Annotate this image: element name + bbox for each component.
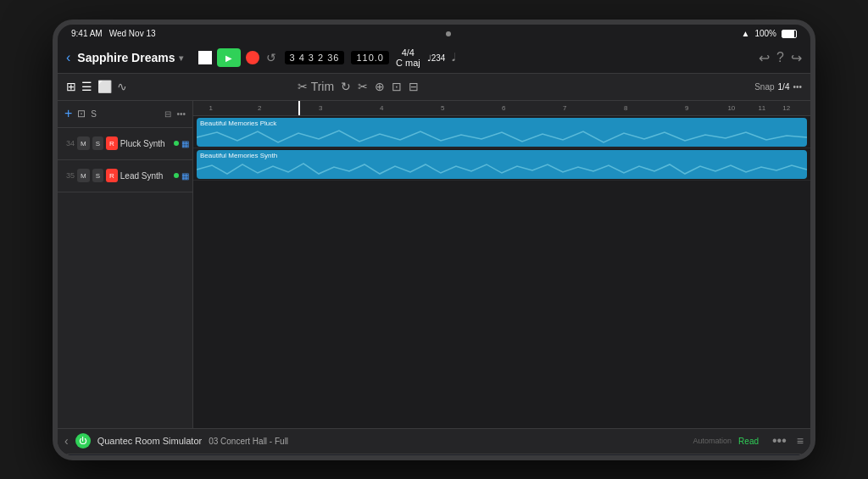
waveform-pluck [197,129,807,146]
plugin-area: ‹ ⏻ Quantec Room Simulator 03 Concert Ha… [58,428,810,460]
track-name-35: Lead Synth [120,171,171,181]
redo-button[interactable]: ↪ [791,50,802,66]
automation-label: Automation [693,437,732,445]
play-button[interactable]: ▶ [217,48,241,67]
time-signature: 4/4 C maj [396,47,420,68]
position-display: 3 4 3 2 36 [285,51,345,64]
playhead[interactable] [298,101,300,115]
track-add-more[interactable]: ⊟ [164,109,171,119]
audio-region-synth[interactable]: Beautiful Memories Synth [197,150,807,179]
region-label-pluck: Beautiful Memories Pluck [197,118,807,129]
ruler-mark-10: 10 [727,104,735,112]
status-date: Wed Nov 13 [109,29,156,38]
help-button[interactable]: ? [776,50,784,65]
pencil-tool[interactable]: ∿ [117,80,127,93]
timeline-ruler: 1 2 3 4 5 6 7 8 9 10 11 12 [193,101,810,116]
stop-button[interactable] [198,51,212,64]
camera-indicator [446,31,451,36]
loop-button[interactable]: ↻ [341,80,351,93]
plugin-power-button[interactable]: ⏻ [75,433,91,448]
ruler-mark-8: 8 [624,104,627,112]
region-view-button[interactable]: ⬜ [97,80,112,93]
grid-view-button[interactable]: ⊞ [66,80,76,93]
bpm-display: 110.0 [351,51,389,64]
ruler-mark-3: 3 [319,104,322,112]
edit-toolbar: ⊞ ☰ ⬜ ∿ ✂ Trim ↻ ✂ ⊕ ⊡ ⊟ Snap 1/4 ••• [58,74,810,101]
quantec-tabs: Quantec QRS Quantec YardStick [640,460,800,460]
solo-button-34[interactable]: S [92,136,103,150]
trim-tool[interactable]: ✂ Trim [298,80,334,93]
track-active-dot-35 [174,173,179,178]
mute-button-35[interactable]: M [77,169,90,182]
ruler-mark-11: 11 [758,104,765,112]
track-lane-35[interactable]: Beautiful Memories Synth [193,148,810,181]
edit-more-button[interactable]: ••• [793,82,802,92]
ruler-mark-12: 12 [782,104,790,112]
cycle-button[interactable]: ↺ [264,49,278,66]
add-track-button[interactable]: + [64,106,72,121]
timeline-area: 1 2 3 4 5 6 7 8 9 10 11 12 [193,101,810,428]
table-row: 35 M S R Lead Synth ▦ [58,160,192,192]
ruler-mark-1: 1 [209,104,212,112]
battery-icon [782,30,797,38]
ruler-mark-6: 6 [502,104,505,112]
back-button[interactable]: ‹ [66,50,70,65]
project-chevron[interactable]: ▾ [179,53,183,63]
track-options-button[interactable]: ••• [176,109,186,119]
track-lane-34[interactable]: Beautiful Memories Pluck [193,116,810,148]
ruler-mark-9: 9 [685,104,688,112]
snap-label: Snap [754,82,774,92]
waveform-synth [197,161,807,178]
audio-region-pluck[interactable]: Beautiful Memories Pluck [197,118,807,147]
region-label-synth: Beautiful Memories Synth [197,150,807,161]
battery-label: 100% [754,29,776,38]
table-row: 34 M S R Pluck Synth ▦ [58,128,192,160]
wifi-icon: ▲ [742,29,750,38]
plugin-lines-button[interactable]: ≡ [797,434,804,448]
track-name-34: Pluck Synth [120,139,171,148]
subdivision-display: ♩234 [427,53,446,63]
status-bar: 9:41 AM Wed Nov 13 ▲ 100% [58,25,810,43]
duplicate-track-button[interactable]: ⊡ [77,108,86,120]
record-button-35[interactable]: R [106,169,118,182]
plugin-more-button[interactable]: ••• [772,433,787,448]
join-button[interactable]: ⊕ [375,80,385,93]
list-view-button[interactable]: ☰ [81,80,92,93]
snap-value[interactable]: 1/4 [778,82,790,92]
ruler-mark-2: 2 [258,104,261,112]
tracks-content: Beautiful Memories Pluck Beautiful Memor… [193,116,810,181]
track-number-35: 35 [61,171,75,180]
transport-controls: ▶ ↺ [198,48,278,67]
ruler-mark-4: 4 [380,104,383,112]
mute-button-34[interactable]: M [77,136,90,150]
track-add-row: + ⊡ S ⊟ ••• [58,101,192,128]
plugin-collapse-button[interactable]: ‹ [64,434,69,448]
track-headers: + ⊡ S ⊟ ••• 34 M S R Pluck Synth ▦ 35 M … [58,101,193,428]
track-midi-icon-35: ▦ [181,171,189,181]
top-toolbar: ‹ Sapphire Dreams ▾ ▶ ↺ 3 4 3 2 36 110.0… [58,43,810,74]
automation-value[interactable]: Read [738,437,759,446]
ruler-marks: 1 2 3 4 5 6 7 8 9 10 11 12 [197,101,807,115]
paste-button[interactable]: ⊟ [409,80,419,93]
plugin-name-label: Quantec Room Simulator [97,436,203,446]
undo-button[interactable]: ↩ [759,50,770,66]
record-button-34[interactable]: R [106,136,118,150]
copy-button[interactable]: ⊡ [392,80,402,93]
ipad-frame: 9:41 AM Wed Nov 13 ▲ 100% ‹ Sapphire Dre… [53,19,815,460]
plugin-header: ‹ ⏻ Quantec Room Simulator 03 Concert Ha… [58,429,810,454]
ruler-mark-5: 5 [441,104,444,112]
record-button[interactable] [246,51,259,64]
track-midi-icon-34: ▦ [181,139,189,148]
plugin-preset-label[interactable]: 03 Concert Hall - Full [209,437,288,446]
track-number-34: 34 [61,139,75,148]
solo-button-35[interactable]: S [92,169,103,182]
ruler-mark-7: 7 [563,104,566,112]
track-active-dot-34 [174,141,179,146]
quantec-body: Q QUANTEC Quantec QRS Quantec YardStick … [58,454,810,460]
status-time: 9:41 AM [71,29,103,38]
project-name-label: Sapphire Dreams [77,51,175,64]
quantec-header: Q QUANTEC Quantec QRS Quantec YardStick [58,454,810,460]
main-area: + ⊡ S ⊟ ••• 34 M S R Pluck Synth ▦ 35 M … [58,101,810,428]
cut-button[interactable]: ✂ [358,80,368,93]
track-label: S [91,109,97,119]
